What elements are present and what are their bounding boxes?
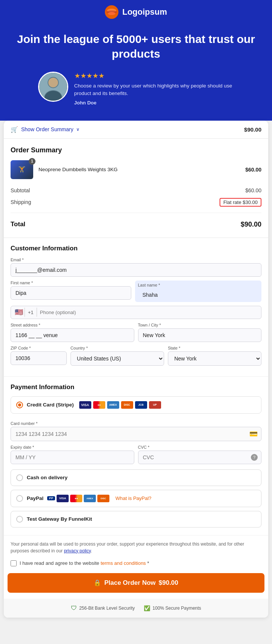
shield-icon: 🛡 — [71, 605, 77, 612]
name-row: First name * Last name * — [11, 281, 261, 306]
card-form: Card number * 💳 Expiry date * CVC * ? — [11, 417, 261, 469]
state-label: State * — [168, 346, 261, 350]
credit-card-label: Credit Card (Stripe) — [27, 402, 74, 408]
security-badge-1: 🛡 256-Bit Bank Level Security — [71, 605, 135, 612]
card-number-input[interactable] — [11, 427, 261, 441]
city-input[interactable] — [138, 328, 262, 342]
country-select[interactable]: United States (US) — [71, 351, 164, 366]
testimonial-text: Choose a review by your user which highl… — [74, 82, 234, 98]
order-toggle-bar[interactable]: 🛒 Show Order Summary ∨ $90.00 — [4, 121, 268, 139]
street-input[interactable] — [11, 328, 134, 342]
terms-text: I have read and agree to the website ter… — [20, 560, 149, 566]
svg-point-7 — [48, 78, 58, 87]
email-label: Email * — [11, 258, 261, 262]
expiry-field-wrapper: Expiry date * — [11, 445, 134, 464]
lock-icon: 🔒 — [94, 579, 101, 586]
shipping-value: Flat rate $30.00 — [220, 198, 261, 207]
email-field-wrapper: Email * — [11, 258, 261, 277]
last-name-field-wrapper: Last name * — [135, 281, 262, 302]
place-order-label: Place Order Now — [104, 579, 155, 587]
phone-code: +1 — [28, 310, 34, 315]
privacy-policy-link[interactable]: privacy policy — [64, 548, 91, 554]
payment-option-paypal[interactable]: PayPal PP VISA ●● AMEX DISC What is PayP… — [11, 490, 261, 507]
paypal-badge: PP — [47, 496, 55, 500]
paypal-mc-icon: ●● — [70, 495, 82, 502]
product-row: 🏋️ 1 Neoprene Dumbbells Weights 3KG $60.… — [11, 160, 261, 179]
total-label: Total — [11, 221, 25, 228]
hero-section: Join the league of 5000+ users that trus… — [0, 24, 272, 121]
security-text-2: 100% Secure Payments — [152, 606, 201, 611]
svg-point-3 — [108, 12, 115, 15]
state-select[interactable]: New York — [168, 351, 261, 366]
customer-info-title: Customer Information — [11, 245, 261, 252]
paypal-label: PayPal — [27, 495, 43, 501]
cvc-label: CVC * — [138, 445, 262, 449]
security-badge-2: ✅ 100% Secure Payments — [144, 605, 201, 611]
visa-icon: VISA — [79, 401, 91, 409]
security-text-1: 256-Bit Bank Level Security — [79, 606, 135, 611]
phone-input[interactable] — [40, 306, 257, 319]
payment-title: Payment Information — [11, 383, 261, 391]
city-label: Town / City * — [138, 323, 262, 327]
payment-option-cash[interactable]: Cash on delivery — [11, 469, 261, 486]
last-name-input[interactable] — [138, 288, 259, 301]
phone-field-wrapper: 🇺🇸 +1 — [11, 306, 261, 319]
country-field-wrapper: Country * United States (US) — [71, 346, 164, 366]
payment-section: Payment Information Credit Card (Stripe)… — [4, 377, 268, 535]
first-name-label: First name * — [11, 281, 131, 285]
street-field-wrapper: Street address * — [11, 323, 134, 342]
payment-option-test[interactable]: Test Gateway By FunnelKit — [11, 511, 261, 527]
star-rating: ★★★★★ — [74, 72, 234, 80]
logo-icon — [105, 5, 118, 19]
cvc-help-icon[interactable]: ? — [251, 454, 258, 461]
shipping-label: Shipping — [11, 199, 31, 205]
card-number-wrapper: 💳 — [11, 427, 261, 441]
testimonial: ★★★★★ Choose a review by your user which… — [38, 72, 234, 106]
terms-checkbox-row: I have read and agree to the website ter… — [4, 558, 268, 572]
last-name-label: Last name * — [138, 283, 259, 287]
avatar-image — [39, 73, 67, 101]
payment-option-credit-card[interactable]: Credit Card (Stripe) VISA ●● AMEX DISC J… — [11, 396, 261, 414]
cash-label: Cash on delivery — [27, 475, 68, 480]
cash-radio[interactable] — [16, 474, 23, 481]
shipping-row: Shipping Flat rate $30.00 — [11, 196, 261, 209]
first-name-input[interactable] — [11, 286, 131, 300]
expiry-label: Expiry date * — [11, 445, 134, 449]
place-order-price: $90.00 — [159, 579, 178, 587]
subtotal-row: Subtotal $60.00 — [11, 185, 261, 196]
order-toggle-button[interactable]: 🛒 Show Order Summary ∨ — [11, 126, 80, 133]
product-quantity-badge: 1 — [29, 158, 35, 165]
testimonial-body: ★★★★★ Choose a review by your user which… — [74, 72, 234, 106]
total-row: Total $90.00 — [11, 217, 261, 230]
paypal-radio[interactable] — [16, 495, 23, 502]
customer-info-section: Customer Information Email * First name … — [4, 238, 268, 377]
privacy-body: Your personal data will be used to proce… — [11, 541, 244, 554]
card-number-field-wrapper: Card number * 💳 — [11, 421, 261, 441]
email-input[interactable] — [11, 263, 261, 277]
paypal-icons: PP VISA ●● AMEX DISC — [47, 495, 109, 502]
test-radio[interactable] — [16, 516, 23, 523]
card-icons: VISA ●● AMEX DISC JCB UP — [79, 401, 161, 409]
hero-headline: Join the league of 5000+ users that trus… — [15, 32, 257, 61]
cvc-input[interactable] — [138, 451, 262, 464]
expiry-input[interactable] — [11, 451, 134, 464]
product-name: Neoprene Dumbbells Weights 3KG — [38, 167, 240, 172]
reviewer-name: John Doe — [74, 100, 234, 106]
discover-icon: DISC — [121, 401, 133, 409]
address-row: Street address * Town / City * — [11, 323, 261, 346]
cart-icon: 🛒 — [11, 126, 18, 133]
unionpay-icon: UP — [149, 401, 161, 409]
order-summary-section: Order Summary 🏋️ 1 Neoprene Dumbbells We… — [4, 139, 268, 238]
what-is-paypal-link[interactable]: What is PayPal? — [115, 495, 151, 501]
logo-text: Logoipsum — [122, 7, 167, 17]
zip-input[interactable] — [11, 351, 67, 365]
check-circle-icon: ✅ — [144, 605, 150, 611]
state-field-wrapper: State * New York — [168, 346, 261, 366]
radio-dot — [18, 403, 21, 406]
credit-card-radio[interactable] — [16, 402, 23, 408]
subtotal-value: $60.00 — [245, 187, 261, 193]
terms-checkbox[interactable] — [11, 560, 17, 566]
place-order-button[interactable]: 🔒 Place Order Now $90.00 — [8, 573, 264, 593]
first-name-field-wrapper: First name * — [11, 281, 131, 302]
terms-link[interactable]: terms and conditions — [101, 560, 146, 566]
